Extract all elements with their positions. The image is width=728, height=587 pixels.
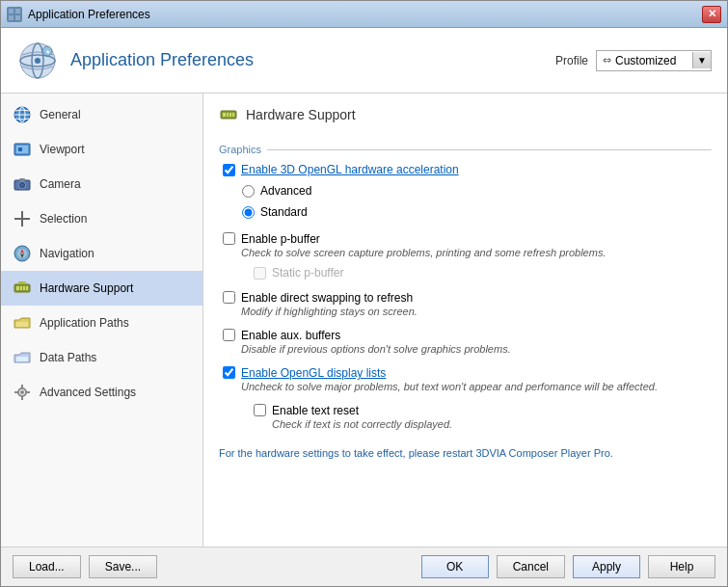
- static-pbuffer-checkbox[interactable]: [254, 267, 266, 280]
- aux-buffers-checkbox[interactable]: [223, 329, 235, 341]
- title-bar-left: Application Preferences: [7, 7, 150, 22]
- svg-rect-35: [21, 396, 23, 400]
- opengl-lists-text: Enable OpenGL display lists Uncheck to s…: [241, 366, 658, 392]
- section-header: Hardware Support: [219, 105, 712, 130]
- section-title-icon: [219, 105, 238, 124]
- profile-dropdown[interactable]: ⇔ Customized ▼: [596, 50, 712, 71]
- content-area: General Viewport: [1, 93, 727, 547]
- svg-point-7: [35, 58, 40, 64]
- sidebar-item-advanced-settings-label: Advanced Settings: [40, 386, 136, 399]
- svg-rect-15: [18, 147, 22, 151]
- sidebar-item-general-label: General: [40, 108, 81, 121]
- svg-rect-30: [16, 322, 28, 327]
- bottom-left-buttons: Load... Save...: [13, 555, 157, 578]
- aux-buffers-label: Enable aux. buffers: [241, 329, 511, 342]
- profile-icon: ⇔: [603, 54, 611, 67]
- opengl-lists-label: Enable OpenGL display lists: [241, 366, 658, 380]
- svg-rect-2: [9, 15, 13, 20]
- enable-opengl-checkbox[interactable]: [223, 164, 235, 176]
- text-reset-checkbox[interactable]: [254, 404, 266, 416]
- enable-opengl-label[interactable]: Enable 3D OpenGL hardware acceleration: [241, 163, 459, 176]
- sidebar-item-advanced-settings[interactable]: Advanced Settings: [1, 375, 202, 410]
- svg-rect-36: [14, 391, 18, 393]
- radio-standard-label[interactable]: Standard: [260, 205, 308, 219]
- sidebar-item-viewport-label: Viewport: [40, 143, 84, 156]
- application-window: Application Preferences ✕ ★ Application …: [0, 0, 728, 587]
- data-paths-icon: [13, 348, 32, 367]
- sidebar-item-hardware-support[interactable]: Hardware Support: [1, 271, 202, 306]
- close-button[interactable]: ✕: [702, 6, 721, 23]
- selection-icon: [13, 209, 32, 228]
- title-bar: Application Preferences ✕: [1, 1, 727, 28]
- svg-rect-26: [20, 286, 22, 290]
- sidebar-item-data-paths[interactable]: Data Paths: [1, 340, 202, 375]
- opengl-lists-row: Enable OpenGL display lists Uncheck to s…: [219, 366, 712, 392]
- advanced-settings-icon: [13, 383, 32, 402]
- help-button[interactable]: Help: [648, 555, 715, 578]
- radio-advanced-row: Advanced: [219, 184, 712, 198]
- direct-swap-row: Enable direct swapping to refresh Modify…: [219, 291, 712, 317]
- ok-button[interactable]: OK: [421, 555, 489, 578]
- svg-rect-29: [18, 281, 26, 284]
- svg-rect-39: [223, 113, 226, 117]
- radio-standard[interactable]: [242, 206, 255, 219]
- header-left: ★ Application Preferences: [16, 40, 254, 82]
- load-button[interactable]: Load...: [13, 555, 81, 578]
- text-reset-text: Enable text reset Check if text is not c…: [272, 404, 452, 430]
- svg-rect-40: [227, 113, 229, 117]
- aux-buffers-text: Enable aux. buffers Disable if previous …: [241, 329, 511, 355]
- opengl-lists-sub: Uncheck to solve major problems, but tex…: [241, 381, 658, 392]
- opengl-lists-checkbox[interactable]: [223, 366, 235, 379]
- section-title: Hardware Support: [246, 107, 356, 122]
- sidebar-item-navigation[interactable]: Navigation: [1, 236, 202, 271]
- radio-advanced[interactable]: [242, 185, 255, 198]
- svg-rect-27: [23, 286, 25, 290]
- graphics-group-label: Graphics: [219, 144, 712, 155]
- sidebar-item-camera[interactable]: Camera: [1, 167, 202, 201]
- save-button[interactable]: Save...: [89, 555, 157, 578]
- text-reset-sub: Check if text is not correctly displayed…: [272, 418, 452, 430]
- sidebar: General Viewport: [1, 93, 203, 547]
- sidebar-item-application-paths[interactable]: Application Paths: [1, 306, 202, 340]
- application-paths-icon: [13, 313, 32, 333]
- profile-dropdown-arrow[interactable]: ▼: [692, 52, 711, 68]
- sidebar-item-application-paths-label: Application Paths: [40, 316, 129, 330]
- svg-rect-37: [26, 391, 30, 393]
- window-title: Application Preferences: [28, 8, 150, 21]
- profile-label: Profile: [555, 54, 588, 67]
- direct-swap-checkbox[interactable]: [223, 291, 235, 304]
- cancel-button[interactable]: Cancel: [497, 555, 565, 578]
- svg-point-33: [20, 390, 24, 394]
- apply-button[interactable]: Apply: [573, 555, 640, 578]
- hardware-support-icon: [13, 279, 32, 298]
- direct-swap-sub: Modify if highlighting stays on screen.: [241, 306, 418, 317]
- sidebar-item-selection[interactable]: Selection: [1, 201, 202, 236]
- general-icon: [13, 105, 32, 124]
- aux-buffers-row: Enable aux. buffers Disable if previous …: [219, 329, 712, 355]
- text-reset-label: Enable text reset: [272, 404, 452, 417]
- bottom-right-buttons: OK Cancel Apply Help: [421, 555, 715, 578]
- sidebar-item-navigation-label: Navigation: [40, 247, 94, 260]
- header-title: Application Preferences: [70, 50, 254, 70]
- footer-note: For the hardware settings to take effect…: [219, 443, 712, 459]
- svg-rect-34: [21, 385, 23, 388]
- header-bar: ★ Application Preferences Profile ⇔ Cust…: [1, 28, 727, 93]
- enable-pbuffer-row: Enable p-buffer Check to solve screen ca…: [219, 232, 712, 258]
- sidebar-item-viewport[interactable]: Viewport: [1, 132, 202, 167]
- main-panel: Hardware Support Graphics Enable 3D Open…: [203, 93, 727, 547]
- radio-advanced-label[interactable]: Advanced: [260, 184, 311, 198]
- bottom-bar: Load... Save... OK Cancel Apply Help: [1, 547, 727, 586]
- radio-standard-row: Standard: [219, 205, 712, 219]
- enable-pbuffer-label: Enable p-buffer: [241, 232, 606, 246]
- svg-rect-42: [232, 113, 234, 117]
- sidebar-item-hardware-support-label: Hardware Support: [40, 281, 133, 295]
- enable-pbuffer-sub: Check to solve screen capture problems, …: [241, 247, 606, 258]
- profile-value: Customized: [615, 54, 683, 67]
- enable-opengl-row: Enable 3D OpenGL hardware acceleration: [219, 163, 712, 176]
- static-pbuffer-row: Static p-buffer: [219, 266, 712, 280]
- sidebar-item-general[interactable]: General: [1, 97, 202, 132]
- svg-rect-31: [16, 357, 28, 361]
- svg-rect-3: [15, 15, 20, 20]
- enable-pbuffer-checkbox[interactable]: [223, 232, 235, 245]
- camera-icon: [13, 174, 32, 194]
